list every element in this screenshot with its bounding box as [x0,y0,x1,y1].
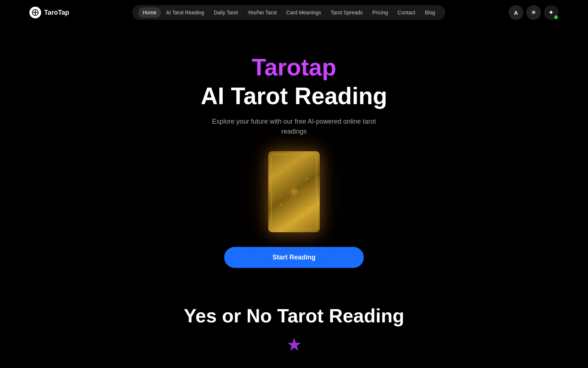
nav-links: Home AI Tarot Reading Daily Tarot Yes/No… [132,5,445,20]
svg-point-27 [280,178,282,180]
logo-icon [29,7,41,18]
svg-line-5 [283,181,294,192]
hero-title: AI Tarot Reading [201,83,387,109]
logo-text: TaroTap [44,9,69,17]
translate-button[interactable]: A [509,5,523,20]
theme-toggle-button[interactable]: ☀ [526,5,541,20]
svg-point-29 [280,204,282,206]
svg-point-30 [306,204,308,206]
nav-yes-no[interactable]: Yes/No Tarot [243,7,281,18]
nav-spreads[interactable]: Tarot Spreads [326,7,367,18]
start-reading-button[interactable]: Start Reading [224,247,364,268]
nav-pricing[interactable]: Pricing [368,7,392,18]
yes-no-section: Yes or No Tarot Reading ★ [184,297,404,355]
yes-no-title: Yes or No Tarot Reading [184,305,404,327]
hero-brand: Tarotap [252,54,336,80]
svg-point-28 [306,178,308,180]
nav-card-meanings[interactable]: Card Meanings [282,7,326,18]
logo[interactable]: TaroTap [29,7,69,18]
svg-line-6 [294,192,305,202]
nav-blog[interactable]: Blog [420,7,440,18]
tarot-card-container [268,151,320,232]
hero-subtitle: Explore your future with our free AI-pow… [202,117,386,137]
navbar: TaroTap Home AI Tarot Reading Daily Taro… [0,0,588,25]
user-plus-button[interactable]: ✦ [544,5,559,20]
tarot-card-inner [276,173,312,210]
star-icon: ★ [286,334,302,355]
nav-actions: A ☀ ✦ [509,5,559,20]
hero-section: Tarotap AI Tarot Reading Explore your fu… [0,25,588,355]
tarot-card [268,151,320,232]
sun-icon: ☀ [531,8,537,17]
nav-ai-tarot[interactable]: AI Tarot Reading [162,7,209,18]
svg-line-7 [294,181,305,192]
svg-point-26 [293,190,295,193]
tarot-card-background [268,151,320,232]
plus-star-icon: ✦ [548,8,554,17]
translate-icon: A [514,10,518,16]
nav-home[interactable]: Home [138,7,161,18]
tarot-card-rays-icon [276,173,312,210]
nav-contact[interactable]: Contact [393,7,420,18]
svg-line-8 [283,192,294,202]
nav-daily-tarot[interactable]: Daily Tarot [209,7,243,18]
